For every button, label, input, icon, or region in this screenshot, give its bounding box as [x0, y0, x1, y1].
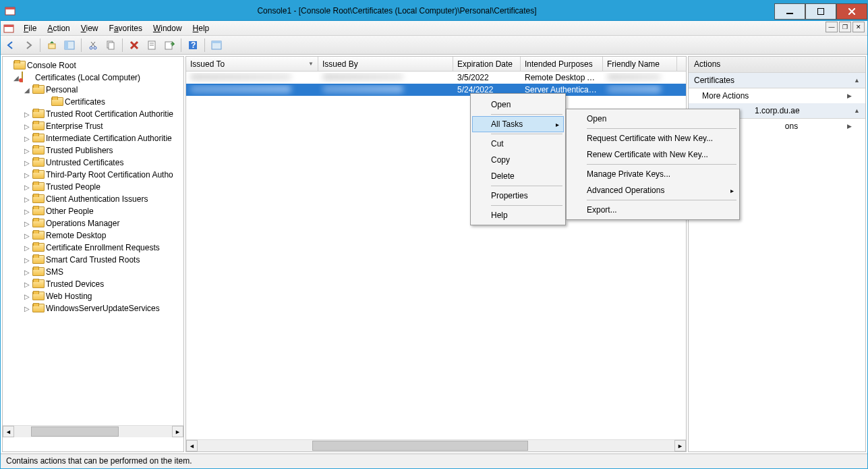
tree-item[interactable]: Untrusted Certificates: [45, 158, 125, 167]
sub-request-cert[interactable]: Request Certificate with New Key...: [568, 130, 738, 146]
column-expiration[interactable]: Expiration Date: [453, 57, 521, 71]
maximize-button[interactable]: [805, 3, 836, 20]
up-button[interactable]: [45, 38, 59, 53]
titlebar: Console1 - [Console Root\Certificates (L…: [1, 1, 867, 21]
sub-advanced[interactable]: Advanced Operations: [568, 182, 738, 198]
tree-item[interactable]: WindowsServerUpdateServices: [45, 304, 161, 313]
scrollbar-track[interactable]: [14, 426, 172, 437]
scroll-left-button[interactable]: ◄: [3, 426, 14, 437]
copy-button[interactable]: [103, 38, 118, 53]
expand-icon[interactable]: ▷: [23, 208, 31, 215]
close-button[interactable]: [836, 3, 867, 20]
tree-cert-local[interactable]: Certificates (Local Computer): [34, 73, 142, 82]
expand-icon[interactable]: ▷: [23, 147, 31, 155]
folder-icon: [32, 267, 43, 277]
expand-icon[interactable]: ▷: [23, 196, 31, 203]
menu-help[interactable]: Help: [187, 22, 215, 34]
expand-icon[interactable]: ▷: [23, 305, 31, 312]
expand-icon[interactable]: ▷: [23, 135, 31, 142]
ctx-cut[interactable]: Cut: [472, 136, 564, 152]
scroll-right-button[interactable]: ►: [674, 440, 686, 451]
sub-manage-keys[interactable]: Manage Private Keys...: [568, 166, 738, 182]
view-options-button[interactable]: [209, 38, 224, 53]
ctx-properties[interactable]: Properties: [472, 188, 564, 204]
scroll-left-button[interactable]: ◄: [186, 440, 198, 451]
expand-icon[interactable]: ▷: [23, 159, 31, 167]
ctx-open[interactable]: Open: [472, 96, 564, 113]
properties-button[interactable]: [144, 38, 159, 53]
tree-item[interactable]: Certificate Enrollment Requests: [45, 243, 161, 252]
sub-renew-cert[interactable]: Renew Certificate with New Key...: [568, 146, 738, 163]
forward-button[interactable]: [21, 38, 36, 53]
tree-item[interactable]: Operations Manager: [45, 219, 121, 228]
tree-item[interactable]: Remote Desktop: [45, 231, 107, 240]
mdi-minimize-button[interactable]: —: [826, 22, 838, 32]
tree-item[interactable]: Smart Card Trusted Roots: [45, 255, 141, 265]
show-hide-tree-button[interactable]: [62, 38, 77, 53]
expand-icon[interactable]: ▷: [23, 269, 31, 276]
tree-item[interactable]: Trusted People: [45, 182, 102, 192]
tree-item[interactable]: Client Authentication Issuers: [45, 194, 149, 204]
expand-icon[interactable]: ▷: [23, 256, 31, 264]
tree-item[interactable]: Third-Party Root Certification Autho: [45, 170, 175, 180]
tree-item[interactable]: Web Hosting: [45, 292, 93, 301]
scrollbar-thumb[interactable]: [312, 441, 528, 451]
expand-icon[interactable]: ▷: [23, 232, 31, 240]
column-purposes[interactable]: Intended Purposes: [521, 57, 603, 71]
expand-icon[interactable]: ▷: [23, 184, 31, 191]
folder-icon: [32, 157, 43, 168]
tree-personal[interactable]: Personal: [45, 85, 79, 94]
expand-icon[interactable]: ▷: [23, 123, 31, 130]
table-row[interactable]: 5/24/2022Server Authenticati...: [186, 84, 686, 96]
column-friendly-name[interactable]: Friendly Name: [603, 57, 677, 71]
actions-section-certificates[interactable]: Certificates▲: [689, 73, 865, 88]
expand-icon[interactable]: ▷: [23, 220, 31, 227]
delete-button[interactable]: [127, 38, 142, 53]
tree-item[interactable]: Other People: [45, 206, 95, 216]
menu-window[interactable]: Window: [148, 22, 187, 34]
actions-more[interactable]: More Actions▶: [689, 88, 865, 103]
svg-rect-3: [817, 8, 824, 15]
menu-view[interactable]: View: [76, 22, 104, 34]
sub-export[interactable]: Export...: [568, 202, 738, 218]
collapse-icon[interactable]: ◢: [23, 86, 31, 94]
tree-item[interactable]: Trusted Publishers: [45, 146, 115, 155]
export-list-button[interactable]: [162, 38, 177, 53]
tree-certificates[interactable]: Certificates: [63, 97, 107, 107]
column-issued-to[interactable]: Issued To▼: [186, 57, 318, 71]
folder-icon: [32, 145, 43, 156]
expand-icon[interactable]: ▷: [23, 281, 31, 288]
tree-item[interactable]: Trusted Devices: [45, 279, 105, 289]
scroll-right-button[interactable]: ►: [172, 426, 183, 437]
tree-item[interactable]: Trusted Root Certification Authoritie: [45, 109, 175, 119]
scrollbar-thumb[interactable]: [31, 426, 119, 437]
ctx-copy[interactable]: Copy: [472, 152, 564, 168]
folder-icon: [32, 206, 43, 217]
tree-console-root[interactable]: Console Root: [26, 61, 78, 70]
cell-purpose: Remote Desktop A...: [521, 73, 603, 82]
ctx-help[interactable]: Help: [472, 207, 564, 223]
help-button[interactable]: ?: [185, 38, 200, 53]
scrollbar-track[interactable]: [198, 440, 674, 451]
expand-icon[interactable]: ▷: [23, 293, 31, 300]
tree-item[interactable]: SMS: [45, 267, 65, 277]
ctx-delete[interactable]: Delete: [472, 168, 564, 184]
tree-item[interactable]: Enterprise Trust: [45, 121, 105, 131]
cut-button[interactable]: [86, 38, 100, 53]
expand-icon[interactable]: ▷: [23, 244, 31, 252]
svg-rect-2: [786, 13, 793, 14]
column-issued-by[interactable]: Issued By: [318, 57, 453, 71]
sub-open[interactable]: Open: [568, 111, 738, 127]
menu-file[interactable]: File: [18, 22, 42, 34]
mdi-restore-button[interactable]: ❐: [839, 22, 851, 32]
mdi-close-button[interactable]: ✕: [852, 22, 865, 32]
ctx-alltasks[interactable]: All Tasks: [472, 116, 564, 132]
back-button[interactable]: [3, 38, 18, 53]
tree-item[interactable]: Intermediate Certification Authoritie: [45, 134, 173, 143]
expand-icon[interactable]: ▷: [23, 111, 31, 118]
menu-favorites[interactable]: Favorites: [104, 22, 148, 34]
minimize-button[interactable]: [774, 3, 805, 20]
expand-icon[interactable]: ▷: [23, 171, 31, 179]
table-row[interactable]: 3/5/2022Remote Desktop A...: [186, 72, 686, 84]
menu-action[interactable]: Action: [42, 22, 75, 34]
